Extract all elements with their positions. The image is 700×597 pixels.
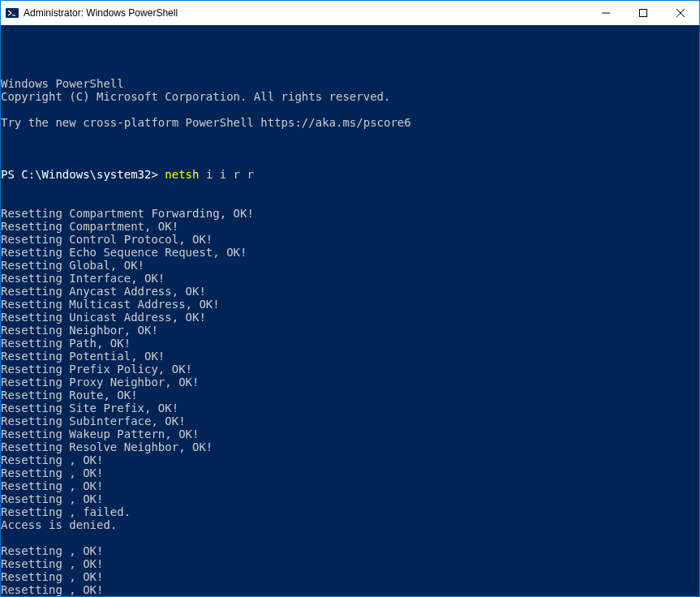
terminal-output-line: Copyright (C) Microsoft Corporation. All… <box>1 90 699 103</box>
terminal-output-line: Resetting Neighbor, OK! <box>1 324 699 337</box>
terminal-output-line: Resetting Unicast Address, OK! <box>1 311 699 324</box>
terminal-output-line: Resetting , OK! <box>1 544 699 557</box>
terminal-output-line: Resetting , OK! <box>1 466 699 479</box>
window-title: Administrator: Windows PowerShell <box>24 7 587 19</box>
terminal-output-line: Resetting , OK! <box>1 479 699 492</box>
terminal-output-line <box>1 103 699 116</box>
terminal-output-line: Resetting Compartment Forwarding, OK! <box>1 207 699 220</box>
terminal-output-line: Resetting Proxy Neighbor, OK! <box>1 376 699 389</box>
terminal-output-line: Resetting Compartment, OK! <box>1 220 699 233</box>
close-button[interactable] <box>662 1 699 25</box>
terminal-output-line: Resetting , OK! <box>1 492 699 505</box>
terminal-output-line <box>1 129 699 142</box>
terminal-output-line: Windows PowerShell <box>1 77 699 90</box>
command-name: netsh <box>165 168 199 181</box>
terminal-output-line: Resetting Echo Sequence Request, OK! <box>1 246 699 259</box>
command-args: i i r r <box>199 168 253 181</box>
prompt-line-1: PS C:\Windows\system32> netsh i i r r <box>1 168 699 181</box>
terminal-output-line: Resetting Global, OK! <box>1 259 699 272</box>
terminal-output-line: Try the new cross-platform PowerShell ht… <box>1 116 699 129</box>
terminal-output-line: Resetting Wakeup Pattern, OK! <box>1 427 699 440</box>
terminal-output-line: Resetting , OK! <box>1 583 699 596</box>
terminal-area[interactable]: Windows PowerShellCopyright (C) Microsof… <box>1 25 699 596</box>
powershell-icon <box>6 6 19 19</box>
maximize-button[interactable] <box>625 1 662 25</box>
powershell-window: Administrator: Windows PowerShell Window… <box>0 0 700 597</box>
minimize-button[interactable] <box>587 1 625 25</box>
terminal-output-line: Resetting , OK! <box>1 570 699 583</box>
terminal-output-line: Resetting Prefix Policy, OK! <box>1 363 699 376</box>
terminal-output-line: Resetting Path, OK! <box>1 337 699 350</box>
terminal-output-line: Resetting , OK! <box>1 557 699 570</box>
terminal-output-line: Resetting Anycast Address, OK! <box>1 285 699 298</box>
terminal-output-line: Resetting Interface, OK! <box>1 272 699 285</box>
terminal-output-line: Resetting Route, OK! <box>1 389 699 402</box>
terminal-output-line: Resetting , failed. <box>1 505 699 518</box>
terminal-output-line: Access is denied. <box>1 518 699 531</box>
terminal-output-line: Resetting Control Protocol, OK! <box>1 233 699 246</box>
terminal-content: Windows PowerShellCopyright (C) Microsof… <box>1 51 699 596</box>
window-controls <box>587 1 699 25</box>
terminal-output-line: Resetting Potential, OK! <box>1 350 699 363</box>
terminal-output-line <box>1 531 699 544</box>
terminal-output-line: Resetting Subinterface, OK! <box>1 414 699 427</box>
svg-rect-3 <box>640 10 647 17</box>
terminal-output-line: Resetting Resolve Neighbor, OK! <box>1 440 699 453</box>
prompt-path: PS C:\Windows\system32> <box>1 168 165 181</box>
terminal-output-line: Resetting Multicast Address, OK! <box>1 298 699 311</box>
terminal-output-line: Resetting , OK! <box>1 453 699 466</box>
terminal-output-line: Resetting Site Prefix, OK! <box>1 402 699 414</box>
window-titlebar[interactable]: Administrator: Windows PowerShell <box>1 1 699 25</box>
